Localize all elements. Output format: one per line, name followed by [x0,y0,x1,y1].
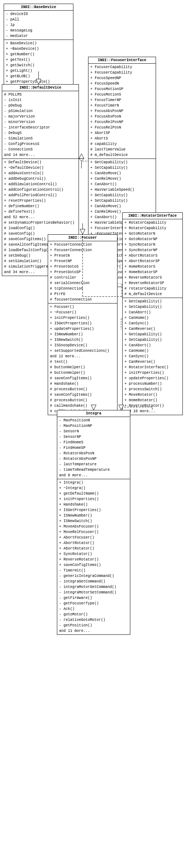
method-item: and 11 more... [59,628,128,634]
method-item: + addConfigurationControl() [4,187,77,193]
method-item: + GetCapability() [124,332,181,337]
field-item: # POLLMS [4,92,77,97]
method-item: - getPosition() [59,623,128,628]
field-item: + FocusSpeedNP [90,75,154,81]
field-item: + FocusTimerNP [90,97,154,103]
field-item: + FocusRelPosNP [90,119,154,125]
field-item: + FocusTimerN [90,103,154,108]
field-item: - MaxPositionNP [59,423,128,429]
method-item: + CanHome() [124,315,181,321]
focuser-methods: + Focuser() + ~Focuser() + initPropertie… [48,303,117,415]
field-item: + AbortRotatorSP [124,258,181,264]
method-item: and 52 more... [4,215,77,220]
focuser-title: INDI::Focuser [48,235,117,241]
method-item: + SetCapability() [90,198,154,204]
method-item: + resetProperties() [4,198,77,204]
field-item: # capability [90,141,154,147]
field-item: + RotatorCapability [124,226,181,231]
method-item: + getPropertyState() [6,79,71,85]
method-item: + CanAbort() [124,343,181,348]
field-item: + AbortRotatorS [124,253,181,258]
method-item: + ISSnoopDevice() [50,343,115,348]
method-item: # callHandshake() [50,403,115,409]
method-item: - integraMotorGetCommand() [59,584,128,590]
method-item: # saveConfigItems() [50,392,115,398]
diagram-container: INDI::BaseDevice - deviceID - pAll - lp … [0,0,185,868]
method-item: + HasVariableSpeed() [90,187,154,193]
focuser-interface-title: INDI::FocuserInterface [88,57,156,64]
field-item: - DebugS [4,130,77,136]
field-item: - isInit [4,97,77,103]
field-item: - RotatorAbsPosN [59,451,128,456]
field-item: + FocusMotionSP [90,86,154,92]
field-item: - RotatorAbsPosNP [59,456,128,462]
method-item: + CanAbort() [124,310,181,315]
field-item: + FocuserCapability [90,64,154,70]
method-item: + AbortRotator() [59,546,128,551]
method-item: + Handshake() [59,502,128,507]
field-item: + PresetGotoS [50,264,115,269]
method-item: + Focuser() [50,304,115,310]
method-item: - relativeGotoMotor() [59,617,128,623]
field-item: # lastTimerValue [90,147,154,152]
field-item: - MaxPositionN [59,418,128,423]
field-item: # m_defaultDevice [124,291,181,297]
field-item: - interfaceDescriptor [4,125,77,130]
svg-marker-4 [79,154,84,159]
method-item: + getDefaultName() [59,491,128,496]
field-item: - ConnectionS [4,147,77,152]
method-item: + ISGetProperties() [59,507,128,513]
method-item: + GetCapability() [90,193,154,198]
field-item: # serialConnection [50,280,115,286]
method-item: + addAuxControls() [4,171,77,176]
method-item: + SyncRotator() [59,551,128,557]
method-item: + CanHome() [124,348,181,354]
field-item: # PtrFD [50,291,115,297]
method-item: + ReverseRotator() [59,557,128,562]
method-item: + CanAbsMove() [90,204,154,209]
method-item: # text() [50,359,115,365]
field-item: and 8 more... [59,473,128,478]
method-item: + processNumber() [124,381,181,387]
method-item: + addSimulationControl() [4,182,77,187]
method-item: + CanSync() [124,321,181,326]
method-item: # buttonHelper() [50,370,115,376]
method-item: + getText() [6,57,71,63]
method-item: + initProperties() [50,315,115,321]
method-item: + updateProperties() [124,376,181,381]
field-item: + FocusAbsPosN [90,114,154,119]
method-item: + ISGetProperties() [50,321,115,326]
field-item: + FocuserConnection [50,247,115,253]
field-item: - mediator [6,33,71,39]
method-item: - TimerHit() [59,568,128,573]
field-item: + HomeRotatorSP [124,269,181,275]
method-item: + HomeRotator() [124,398,181,403]
method-item: + getNumber() [6,52,71,57]
rotator-interface-fields: + RotatorCapability + RotatorCapability … [123,219,182,298]
method-item: # Handshake() [50,381,115,387]
field-item: + AbortSP [90,130,154,136]
method-item: + AbortRotator() [59,540,128,546]
method-item: + MoveAbsFocuser() [59,524,128,529]
field-item: - lastTemperature [59,462,128,467]
method-item: + ~BaseDevice() [6,46,71,52]
method-item: + getSwitch() [6,63,71,68]
svg-marker-18 [80,229,85,234]
field-item: + FocusAbsPosNP [90,108,154,114]
method-item: # buttonHelper() [50,365,115,370]
field-item: - majorVersion [4,114,77,119]
field-item: + ReverseRotatorSP [124,280,181,286]
method-item: + BaseDevice() [6,41,71,46]
field-item: + FocuserConnection [50,242,115,247]
base-device-fields: - deviceID - pAll - lp - messageLog - me… [4,11,73,40]
field-item: and 14 more... [4,152,77,158]
method-item: # loadConfig() [4,226,77,231]
method-item: and 10 more... [124,409,181,414]
method-item: + ~DefaultDevice() [4,165,77,171]
method-item: + GetCapability() [90,160,154,165]
method-item: + updateProperties() [50,326,115,332]
method-item: + initProperties() [124,370,181,376]
field-item: - SensorN [59,429,128,434]
method-item: - getFirmware() [59,595,128,601]
method-item: # processButton() [50,398,115,403]
